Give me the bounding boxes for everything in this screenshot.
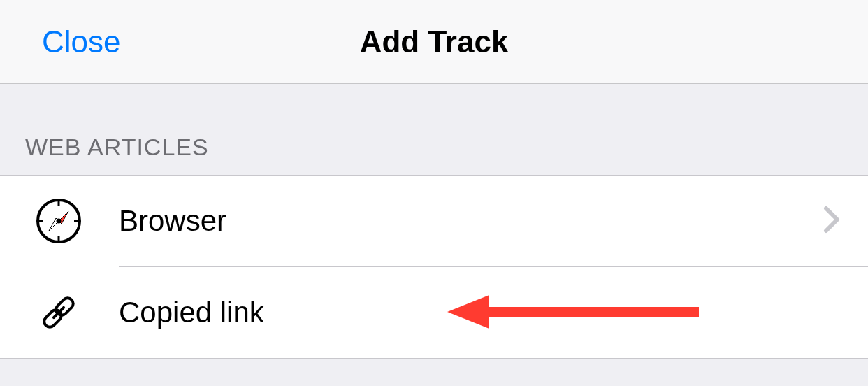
close-button[interactable]: Close	[42, 24, 121, 59]
list-web-articles: Browser Copied link	[0, 175, 868, 359]
chevron-right-icon	[823, 206, 840, 236]
list-item-copied-link[interactable]: Copied link	[0, 267, 868, 358]
page-title: Add Track	[0, 24, 868, 59]
list-item-label: Copied link	[119, 296, 840, 329]
compass-icon	[35, 197, 119, 245]
section-header-web-articles: WEB ARTICLES	[0, 84, 868, 175]
navigation-bar: Close Add Track	[0, 0, 868, 84]
svg-point-3	[57, 219, 62, 224]
list-item-label: Browser	[119, 204, 823, 238]
list-item-browser[interactable]: Browser	[0, 176, 868, 266]
link-icon	[35, 289, 119, 336]
